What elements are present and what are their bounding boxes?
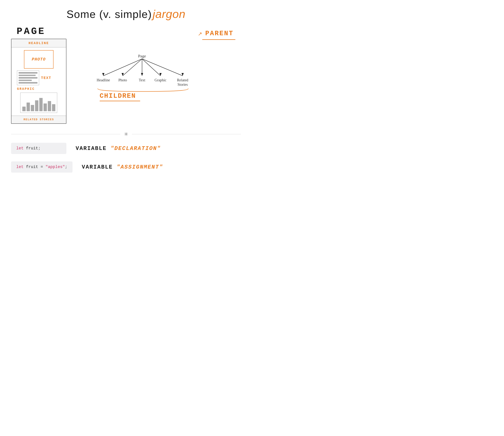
graphic-label: GRAPHIC	[17, 87, 35, 91]
chart-bar	[31, 105, 34, 111]
text-label: TEXT	[41, 76, 51, 80]
wireframe: HEADLINE PHOTO TEXT	[11, 39, 66, 124]
chart-bar	[35, 100, 38, 111]
divider-row: ✳	[11, 131, 241, 137]
code-label-declaration: VARIABLE "DECLARATION"	[76, 145, 161, 152]
svg-text:Stories: Stories	[177, 82, 188, 87]
divider-line-left	[11, 134, 120, 134]
svg-text:Graphic: Graphic	[155, 78, 167, 82]
chart-bar	[22, 107, 26, 111]
left-column: PAGE HEADLINE PHOTO TEXT	[11, 26, 74, 124]
svg-text:Headline: Headline	[97, 78, 110, 82]
tree-root-label: Page	[138, 54, 146, 58]
text-line	[19, 72, 37, 73]
chart-bar	[39, 98, 43, 111]
code-keyword-let2: let	[16, 165, 26, 169]
children-underline	[100, 101, 140, 101]
svg-marker-7	[141, 73, 143, 76]
title-black: Some (v. simple)	[66, 8, 152, 20]
chart-bar	[52, 104, 55, 111]
wireframe-footer: RELATED STORIES	[11, 116, 66, 123]
children-area: CHILDREN	[100, 92, 241, 101]
divider-star-icon: ✳	[124, 131, 128, 137]
code-varname-fruit1: fruit	[26, 146, 38, 151]
divider-line-right	[132, 134, 241, 134]
wireframe-headline: HEADLINE	[11, 39, 66, 47]
main-content: PAGE HEADLINE PHOTO TEXT	[0, 26, 252, 124]
tree-svg-container: Page Headline	[89, 52, 241, 101]
text-lines-box	[17, 71, 39, 85]
chart-bar	[48, 101, 51, 111]
chart-bar	[27, 102, 30, 111]
code-label-assignment: VARIABLE "ASSIGNMENT"	[82, 164, 163, 170]
code-row-assignment: let fruit = "apples"; VARIABLE "ASSIGNME…	[11, 161, 241, 173]
code-punct-semi2: ;	[65, 165, 67, 169]
code-string-apples: "apples"	[45, 165, 65, 169]
tree-diagram: Page Headline	[89, 52, 203, 92]
parent-arrow-icon: ↙	[198, 31, 202, 37]
svg-marker-8	[159, 73, 162, 76]
code-varname-fruit2: fruit	[26, 165, 38, 169]
page-label: PAGE	[17, 26, 74, 37]
svg-line-4	[142, 59, 183, 76]
parent-label: PARENT	[205, 30, 234, 37]
svg-text:Photo: Photo	[119, 78, 127, 82]
chart-bar	[44, 103, 47, 111]
code-label-assignment-orange: "ASSIGNMENT"	[117, 164, 163, 170]
parent-underline	[202, 39, 235, 40]
text-line	[19, 77, 37, 79]
photo-box: PHOTO	[24, 50, 54, 69]
code-punct-semi1: ;	[38, 146, 41, 151]
code-equals: =	[38, 165, 46, 169]
code-label-variable2: VARIABLE	[82, 164, 117, 170]
text-line	[19, 82, 37, 83]
code-row-declaration: let fruit; VARIABLE "DECLARATION"	[11, 143, 241, 154]
text-line	[19, 80, 32, 81]
svg-line-3	[142, 59, 161, 76]
code-keyword-let1: let	[16, 146, 26, 151]
wireframe-body: PHOTO TEXT GRAPHIC	[11, 47, 66, 116]
title-area: Some (v. simple) jargon	[0, 0, 252, 20]
svg-line-1	[123, 59, 142, 76]
text-block-row: TEXT	[17, 71, 51, 85]
code-section: let fruit; VARIABLE "DECLARATION" let fr…	[0, 143, 252, 184]
text-line	[19, 75, 36, 76]
code-label-variable1: VARIABLE	[76, 145, 110, 152]
title-orange: jargon	[153, 8, 185, 20]
code-label-declaration-orange: "DECLARATION"	[110, 145, 161, 152]
right-column: PARENT ↙ Page	[89, 26, 241, 124]
photo-label: PHOTO	[32, 57, 46, 62]
svg-text:Text: Text	[139, 78, 145, 82]
children-label: CHILDREN	[100, 92, 241, 100]
chart-box	[20, 93, 57, 113]
code-box-declaration: let fruit;	[11, 143, 66, 154]
svg-text:Related: Related	[177, 78, 188, 82]
code-box-assignment: let fruit = "apples";	[11, 161, 73, 173]
svg-marker-6	[122, 73, 124, 76]
